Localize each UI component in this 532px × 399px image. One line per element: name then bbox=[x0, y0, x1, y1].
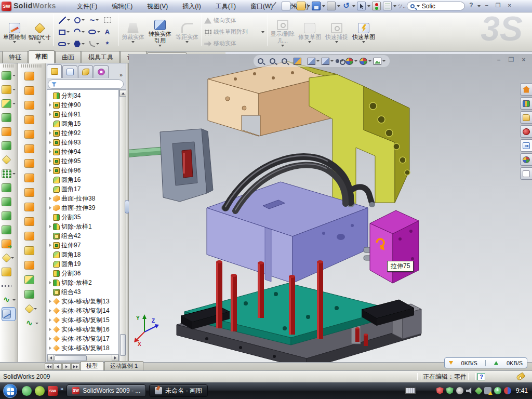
tree-item[interactable]: 实体-移动/复制16 bbox=[48, 325, 118, 334]
trim-entities-button[interactable]: 剪裁实体 bbox=[119, 21, 147, 43]
tree-item[interactable]: 切除-放样2 bbox=[48, 278, 118, 287]
section-view-icon[interactable] bbox=[294, 58, 305, 65]
tag-icon[interactable] bbox=[516, 372, 526, 381]
command-caret-icon[interactable] bbox=[308, 41, 311, 43]
sketch-fillet-icon[interactable] bbox=[87, 38, 102, 50]
undo-caret-icon[interactable] bbox=[352, 5, 355, 7]
expand-arrow-icon[interactable] bbox=[49, 131, 51, 135]
expand-arrow-icon[interactable] bbox=[49, 318, 51, 322]
doc-close-button[interactable]: × bbox=[518, 56, 529, 64]
stack-caret-icon[interactable] bbox=[261, 31, 264, 33]
tree-vertical-scrollbar[interactable] bbox=[119, 89, 126, 379]
tree-item[interactable]: 拉伸90 bbox=[48, 100, 118, 110]
spline-icon[interactable]: ~ bbox=[87, 14, 102, 26]
new-caret-icon[interactable] bbox=[292, 5, 295, 7]
open-icon[interactable] bbox=[297, 2, 305, 10]
untrim-surface-icon[interactable] bbox=[18, 258, 45, 272]
zoom-to-area-icon[interactable] bbox=[270, 58, 280, 64]
entity-caret-icon[interactable] bbox=[82, 19, 85, 21]
wizard-icon[interactable] bbox=[0, 153, 17, 167]
tree-item[interactable]: 圆角18 bbox=[48, 250, 118, 259]
update-icon[interactable] bbox=[456, 387, 463, 394]
tree-item[interactable]: 圆角17 bbox=[48, 184, 118, 194]
horizontal-scroll-thumb[interactable] bbox=[55, 355, 87, 361]
toolbar-caret-icon[interactable] bbox=[34, 308, 37, 310]
combine-bodies-icon[interactable] bbox=[0, 209, 17, 223]
command-caret-icon[interactable] bbox=[13, 41, 16, 43]
fillet-icon[interactable] bbox=[0, 97, 17, 111]
custom-properties-icon[interactable] bbox=[520, 167, 532, 180]
extend-surface-icon[interactable] bbox=[18, 200, 45, 214]
sync-icon[interactable] bbox=[504, 387, 511, 394]
solidworks-launcher-icon[interactable]: SW bbox=[48, 386, 58, 396]
toolbar-grip[interactable] bbox=[21, 64, 42, 68]
planar-surface-icon[interactable] bbox=[18, 156, 45, 170]
convert-entities-button[interactable]: 转换实体引用 bbox=[147, 18, 174, 47]
tree-item[interactable]: 圆角19 bbox=[48, 259, 118, 269]
tree-item[interactable]: 拉伸91 bbox=[48, 110, 118, 119]
tree-item[interactable]: 拉伸97 bbox=[48, 241, 118, 250]
volume-icon[interactable] bbox=[466, 387, 473, 394]
clamp-assembly[interactable] bbox=[129, 129, 213, 202]
command-caret-icon[interactable] bbox=[131, 41, 135, 43]
toolbar-grip[interactable] bbox=[3, 64, 14, 68]
taskbar-window-button[interactable]: SW SolidWorks 2009 - ... bbox=[66, 384, 146, 397]
toolbar-caret-icon[interactable] bbox=[12, 103, 16, 104]
app-restore-button[interactable]: ❐ bbox=[493, 2, 503, 10]
arc-icon[interactable] bbox=[72, 26, 87, 38]
previous-tab-button[interactable] bbox=[54, 363, 62, 370]
tree-item[interactable]: 分割35 bbox=[48, 212, 118, 222]
help-button[interactable]: ? bbox=[466, 2, 476, 10]
tree-item[interactable]: 组合43 bbox=[48, 287, 118, 297]
shell-icon[interactable] bbox=[0, 139, 17, 153]
app-close-button[interactable]: × bbox=[504, 2, 515, 10]
media-player-icon[interactable] bbox=[35, 386, 45, 396]
reference-geometry-icon[interactable] bbox=[18, 301, 45, 316]
scroll-up-button[interactable] bbox=[119, 90, 126, 97]
expand-arrow-icon[interactable] bbox=[49, 150, 51, 154]
messenger-icon[interactable] bbox=[22, 386, 32, 396]
design-library-icon[interactable] bbox=[520, 97, 532, 110]
entity-caret-icon[interactable] bbox=[96, 19, 99, 21]
status-help-icon[interactable]: ? bbox=[477, 373, 485, 380]
search-scope-caret-icon[interactable] bbox=[417, 5, 420, 7]
tree-item[interactable]: 圆角15 bbox=[48, 119, 118, 128]
network-warning-icon[interactable] bbox=[484, 387, 491, 394]
tree-item[interactable]: 拉伸93 bbox=[48, 138, 118, 147]
trim-surface-icon[interactable] bbox=[18, 243, 45, 258]
panel-chevron-icon[interactable]: » bbox=[117, 72, 125, 78]
line-icon[interactable] bbox=[57, 14, 72, 26]
toolbar-caret-icon[interactable] bbox=[12, 89, 16, 90]
tree-item[interactable]: 圆角16 bbox=[48, 175, 118, 184]
curve-icon[interactable]: ∿ bbox=[0, 293, 17, 307]
circle-icon[interactable] bbox=[72, 14, 87, 26]
keyboard-layout-icon[interactable] bbox=[405, 388, 416, 394]
toolbar-caret-icon[interactable] bbox=[11, 257, 14, 259]
options-list-icon[interactable] bbox=[383, 2, 392, 10]
entity-caret-icon[interactable] bbox=[82, 31, 85, 33]
expand-arrow-icon[interactable] bbox=[49, 337, 51, 341]
open-caret-icon[interactable] bbox=[307, 5, 310, 7]
expand-arrow-icon[interactable] bbox=[49, 206, 51, 210]
health-shield-icon[interactable] bbox=[494, 387, 501, 394]
app-minimize-button[interactable]: – bbox=[482, 2, 492, 10]
extruded-surface-icon[interactable] bbox=[18, 69, 45, 83]
mirror-entities-button[interactable]: 镜向实体 bbox=[203, 16, 259, 26]
tree-item[interactable]: 切除-放样1 bbox=[48, 222, 118, 231]
network-speed-widget[interactable]: 0KB/S 0KB/S bbox=[444, 357, 527, 368]
join-icon[interactable] bbox=[0, 223, 17, 237]
rib-icon[interactable] bbox=[0, 181, 17, 195]
appearances-icon[interactable] bbox=[520, 153, 532, 166]
replace-face-icon[interactable] bbox=[18, 229, 45, 243]
document-tab[interactable]: 模型 bbox=[81, 361, 103, 370]
graphics-viewport[interactable]: Y Z X bbox=[129, 54, 532, 362]
selection-box-icon[interactable] bbox=[102, 14, 117, 26]
expand-arrow-icon[interactable] bbox=[49, 141, 51, 144]
headsup-caret-icon[interactable] bbox=[330, 60, 334, 62]
tree-item[interactable]: 曲面-拉伸38 bbox=[48, 194, 118, 203]
extruded-boss-icon[interactable] bbox=[0, 69, 17, 83]
expand-arrow-icon[interactable] bbox=[49, 225, 51, 229]
file-explorer-icon[interactable] bbox=[520, 111, 532, 124]
save-caret-icon[interactable] bbox=[322, 5, 325, 7]
document-tab[interactable]: 运动算例 1 bbox=[104, 361, 143, 370]
